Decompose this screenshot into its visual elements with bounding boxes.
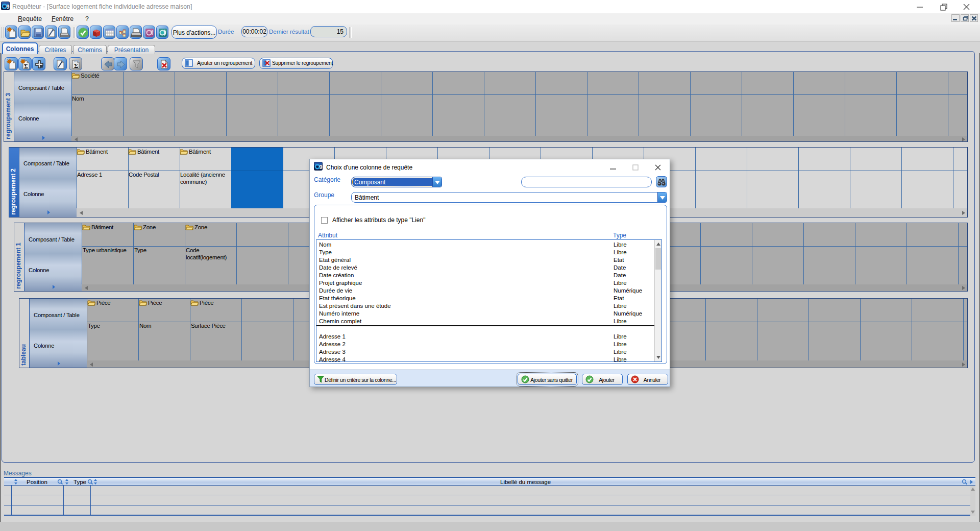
svg-text:9: 9 xyxy=(320,164,323,170)
svg-text:9: 9 xyxy=(7,4,10,10)
svg-text:Σ: Σ xyxy=(24,63,28,70)
svg-text:Σ: Σ xyxy=(74,62,79,69)
